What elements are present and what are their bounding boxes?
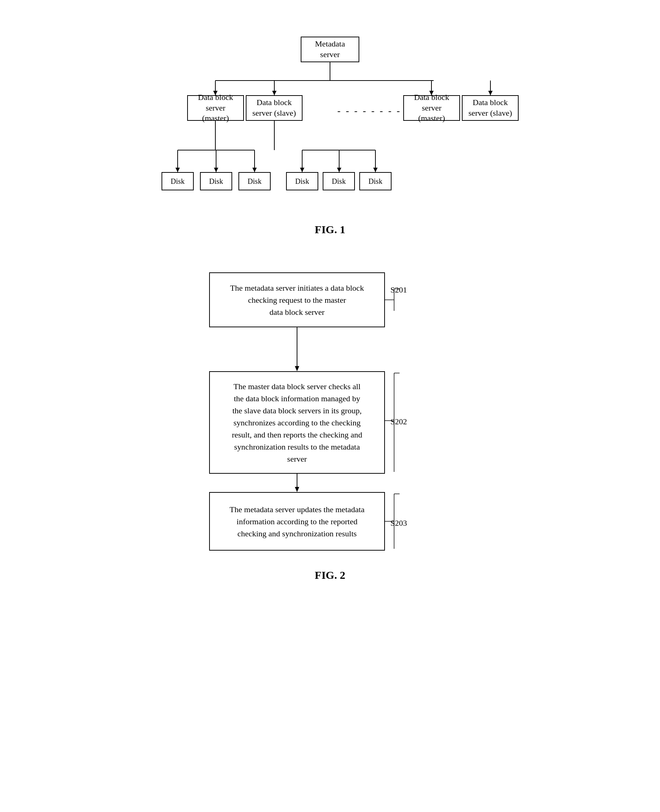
dbs-master2-box: Data block server (master) bbox=[403, 95, 460, 121]
dbs-master1-box: Data block server (master) bbox=[187, 95, 244, 121]
svg-marker-25 bbox=[373, 168, 378, 172]
page: Metadata server Data block server (maste… bbox=[0, 15, 660, 603]
fig1-label: FIG. 1 bbox=[315, 223, 345, 236]
svg-marker-7 bbox=[272, 91, 276, 95]
step1-text: The metadata server initiates a data blo… bbox=[230, 282, 364, 318]
disk1-2-label: Disk bbox=[209, 176, 223, 186]
svg-marker-13 bbox=[175, 168, 180, 172]
disk2-3-box: Disk bbox=[359, 172, 392, 190]
svg-marker-15 bbox=[214, 168, 218, 172]
step3-text: The metadata server updates the metadata… bbox=[230, 503, 365, 540]
step3-label: S203 bbox=[390, 518, 407, 528]
dbs-slave2-label: Data block server (slave) bbox=[468, 97, 512, 118]
fig2-container: The metadata server initiates a data blo… bbox=[0, 258, 660, 603]
dbs-slave1-label: Data block server (slave) bbox=[252, 97, 296, 118]
dbs-slave2-box: Data block server (slave) bbox=[462, 95, 519, 121]
dashes: - - - - - - - - - bbox=[337, 105, 410, 116]
step3-box: The metadata server updates the metadata… bbox=[209, 492, 385, 551]
svg-marker-23 bbox=[337, 168, 341, 172]
svg-marker-9 bbox=[488, 91, 493, 95]
fig1-container: Metadata server Data block server (maste… bbox=[0, 15, 660, 258]
disk2-1-label: Disk bbox=[295, 176, 309, 186]
dbs-master1-label: Data block server (master) bbox=[192, 92, 240, 124]
disk2-2-label: Disk bbox=[332, 176, 346, 186]
disk1-2-box: Disk bbox=[200, 172, 232, 190]
svg-marker-29 bbox=[295, 487, 299, 492]
disk1-3-box: Disk bbox=[238, 172, 271, 190]
disk1-3-label: Disk bbox=[248, 176, 262, 186]
svg-marker-17 bbox=[252, 168, 257, 172]
fig2-label: FIG. 2 bbox=[315, 569, 345, 581]
disk1-1-box: Disk bbox=[162, 172, 194, 190]
disk2-1-box: Disk bbox=[286, 172, 318, 190]
dbs-slave1-box: Data block server (slave) bbox=[246, 95, 303, 121]
step1-label: S201 bbox=[390, 285, 407, 295]
fig2-diagram: The metadata server initiates a data blo… bbox=[165, 265, 495, 565]
disk1-1-label: Disk bbox=[171, 176, 185, 186]
metadata-server-box: Metadata server bbox=[301, 36, 359, 62]
step2-text: The master data block server checks all … bbox=[232, 380, 362, 465]
disk2-3-label: Disk bbox=[368, 176, 382, 186]
disk2-2-box: Disk bbox=[323, 172, 355, 190]
fig1-diagram: Metadata server Data block server (maste… bbox=[129, 29, 531, 220]
metadata-server-label: Metadata server bbox=[315, 39, 345, 60]
step1-box: The metadata server initiates a data blo… bbox=[209, 272, 385, 327]
svg-marker-21 bbox=[300, 168, 305, 172]
svg-marker-27 bbox=[295, 366, 299, 371]
step2-label: S202 bbox=[390, 417, 407, 426]
dbs-master2-label: Data block server (master) bbox=[408, 92, 455, 124]
step2-box: The master data block server checks all … bbox=[209, 371, 385, 474]
